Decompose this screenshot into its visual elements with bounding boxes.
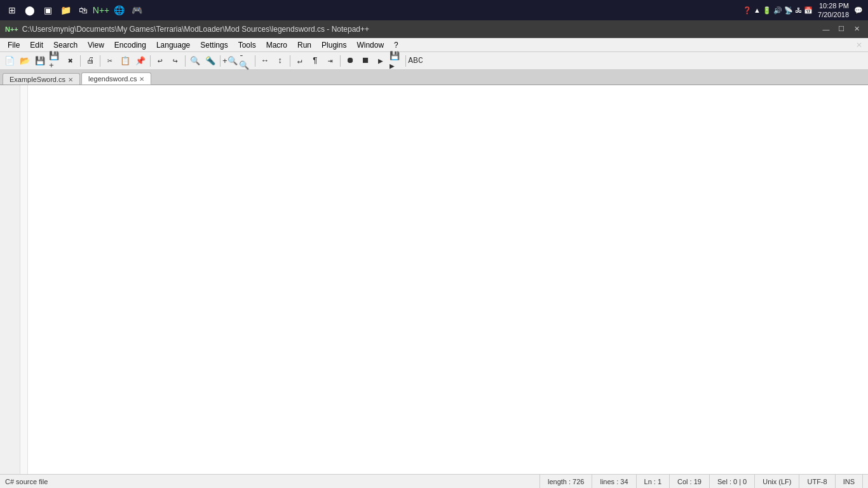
menu-macro[interactable]: Macro	[261, 39, 292, 51]
toolbar-find[interactable]: 🔍	[188, 54, 202, 68]
menu-view[interactable]: View	[83, 39, 109, 51]
toolbar-macro-rec[interactable]: ⏺	[343, 54, 357, 68]
toolbar-redo[interactable]: ↪	[168, 54, 182, 68]
toolbar-copy[interactable]: 📋	[118, 54, 132, 68]
toolbar-zoomin[interactable]: +🔍	[223, 54, 237, 68]
toolbar-sep-2	[100, 55, 100, 67]
status-lineending: Unix (LF)	[755, 475, 799, 488]
menu-run[interactable]: Run	[292, 39, 316, 51]
toolbar-sep-6	[255, 55, 255, 67]
titlebar: N++ C:\Users\mynig\Documents\My Games\Te…	[0, 20, 868, 38]
toolbar-close[interactable]: ✖	[64, 54, 78, 68]
task-icon-1[interactable]: ⬤	[23, 3, 37, 17]
toolbar-macro-stop[interactable]: ⏹	[358, 54, 372, 68]
taskbar: ⊞ ⬤ ▣ 📁 🛍 N++ 🌐 🎮 ❓ ▲ 🔋 🔊 📡 🖧 📅 10:28 PM…	[0, 0, 868, 20]
task-icon-shop[interactable]: 🛍	[76, 3, 90, 17]
tab-label-examplesword: ExampleSword.cs	[10, 76, 65, 83]
systray-icons: ❓ ▲ 🔋 🔊 📡 🖧 📅	[743, 6, 813, 15]
status-sel: Sel : 0 | 0	[710, 475, 755, 488]
menu-edit[interactable]: Edit	[25, 39, 48, 51]
toolbar-undo[interactable]: ↩	[153, 54, 167, 68]
titlebar-controls: — ☐ ✕	[820, 24, 863, 34]
editor	[0, 85, 868, 474]
tab-close-examplesword[interactable]: ✕	[68, 76, 73, 83]
toolbar-open[interactable]: 📂	[18, 54, 32, 68]
toolbar-replace[interactable]: 🔦	[203, 54, 217, 68]
status-length: length : 726	[540, 475, 593, 488]
menu-window[interactable]: Window	[351, 39, 389, 51]
toolbar-print[interactable]: 🖨	[83, 54, 97, 68]
menu-close-x[interactable]: ✕	[853, 40, 865, 50]
menu-settings[interactable]: Settings	[195, 39, 233, 51]
toolbar: 📄 📂 💾 💾+ ✖ 🖨 ✂ 📋 📌 ↩ ↪ 🔍 🔦 +🔍 -🔍 ↔ ↕ ↵ ¶…	[0, 52, 868, 70]
menu-encoding[interactable]: Encoding	[109, 39, 151, 51]
toolbar-sep-8	[340, 55, 341, 67]
start-icon[interactable]: ⊞	[5, 3, 19, 17]
fold-gutter	[20, 85, 28, 474]
menu-language[interactable]: Language	[151, 39, 195, 51]
toolbar-sep-9	[405, 55, 406, 67]
toolbar-saveall[interactable]: 💾+	[48, 54, 62, 68]
taskbar-right: ❓ ▲ 🔋 🔊 📡 🖧 📅 10:28 PM 7/20/2018 💬	[743, 1, 863, 20]
toolbar-allchars[interactable]: ¶	[308, 54, 322, 68]
menu-tools[interactable]: Tools	[233, 39, 261, 51]
status-lines: lines : 34	[592, 475, 636, 488]
task-icon-folder[interactable]: 📁	[58, 3, 72, 17]
status-col: Col : 19	[670, 475, 710, 488]
menu-file[interactable]: File	[3, 39, 25, 51]
status-filetype: C# source file	[5, 475, 540, 488]
clock: 10:28 PM 7/20/2018	[818, 1, 849, 20]
toolbar-new[interactable]: 📄	[3, 54, 17, 68]
toolbar-zoomout[interactable]: -🔍	[238, 54, 252, 68]
window-title: C:\Users\mynig\Documents\My Games\Terrar…	[22, 25, 369, 34]
status-encoding: UTF-8	[799, 475, 835, 488]
notification-icon[interactable]: 💬	[854, 6, 863, 15]
toolbar-sep-4	[185, 55, 186, 67]
minimize-button[interactable]: —	[820, 24, 832, 34]
task-icon-2[interactable]: ▣	[41, 3, 55, 17]
taskbar-left: ⊞ ⬤ ▣ 📁 🛍 N++ 🌐 🎮	[5, 3, 144, 17]
task-icon-browser[interactable]: 🌐	[112, 3, 126, 17]
toolbar-sep-1	[80, 55, 81, 67]
line-numbers	[0, 85, 20, 474]
menu-help[interactable]: ?	[389, 39, 403, 51]
toolbar-paste[interactable]: 📌	[133, 54, 147, 68]
status-ln: Ln : 1	[637, 475, 670, 488]
toolbar-macro-save[interactable]: 💾▶	[389, 54, 403, 68]
status-ins: INS	[836, 475, 863, 488]
code-area[interactable]	[28, 85, 868, 474]
tab-close-legendsword[interactable]: ✕	[139, 76, 144, 83]
maximize-button[interactable]: ☐	[835, 24, 848, 34]
toolbar-synch[interactable]: ↕	[273, 54, 287, 68]
toolbar-macro-play[interactable]: ▶	[374, 54, 388, 68]
toolbar-spell[interactable]: ABC	[409, 54, 423, 68]
app-icon: N++	[5, 25, 18, 33]
toolbar-sep-5	[220, 55, 220, 67]
titlebar-title: N++ C:\Users\mynig\Documents\My Games\Te…	[5, 25, 369, 34]
toolbar-syncv[interactable]: ↔	[258, 54, 272, 68]
toolbar-indent[interactable]: ⇥	[323, 54, 337, 68]
toolbar-wordwrap[interactable]: ↵	[293, 54, 307, 68]
task-icon-game[interactable]: 🎮	[130, 3, 144, 17]
tab-legendsword[interactable]: legendsword.cs ✕	[81, 72, 151, 85]
tab-examplesword[interactable]: ExampleSword.cs ✕	[3, 73, 80, 85]
tab-label-legendsword: legendsword.cs	[88, 75, 137, 83]
menubar: File Edit Search View Encoding Language …	[0, 38, 868, 52]
close-button[interactable]: ✕	[850, 24, 863, 34]
toolbar-sep-7	[290, 55, 290, 67]
toolbar-cut[interactable]: ✂	[103, 54, 117, 68]
toolbar-save[interactable]: 💾	[33, 54, 47, 68]
statusbar: C# source file length : 726 lines : 34 L…	[0, 474, 868, 488]
task-icon-notepad[interactable]: N++	[94, 3, 108, 17]
menu-search[interactable]: Search	[48, 39, 83, 51]
tabbar: ExampleSword.cs ✕ legendsword.cs ✕	[0, 70, 868, 85]
toolbar-sep-3	[150, 55, 151, 67]
menu-plugins[interactable]: Plugins	[316, 39, 351, 51]
